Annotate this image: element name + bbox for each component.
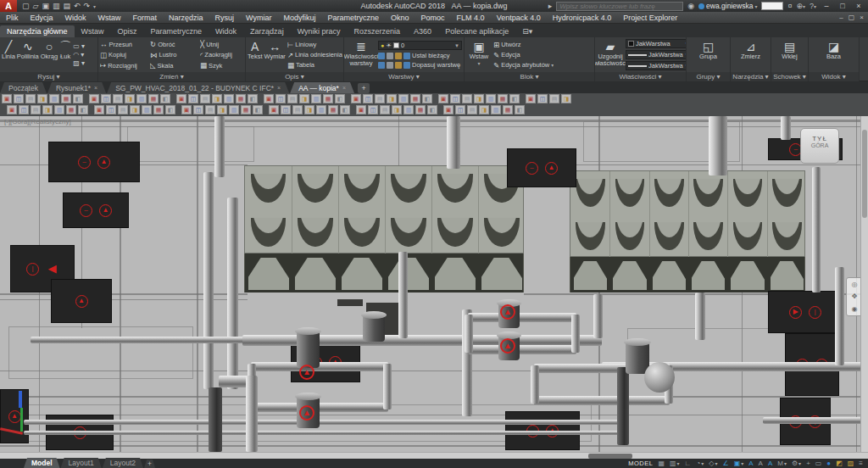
pipe-segment[interactable] <box>209 387 222 452</box>
doc-minimize-icon[interactable]: ‒ <box>839 14 843 21</box>
viewcube-top-face[interactable]: TYŁ <box>801 135 838 142</box>
ventpack-block-icon[interactable]: ◫ <box>101 94 111 103</box>
snap-icon[interactable]: ▥▾ <box>670 460 680 468</box>
help-icon[interactable]: ?▾ <box>810 2 816 10</box>
layer-tool-icon[interactable] <box>403 53 410 59</box>
menu-item-wstaw[interactable]: Wstaw <box>92 14 127 22</box>
ventpack-block-icon[interactable]: ◧ <box>160 94 170 103</box>
ribbon-button-dopasuj-warstw-[interactable]: Dopasuj warstwę <box>378 61 462 69</box>
redo-icon[interactable]: ↷ <box>84 2 91 10</box>
vertical-scrollbar-thumb[interactable] <box>862 130 867 218</box>
ribbon-button-tekst[interactable]: ATekst <box>248 38 263 71</box>
ribbon-button-tabela[interactable]: ▦Tabela <box>287 61 342 70</box>
workspace-gear-icon[interactable]: ⚙▾ <box>792 460 801 468</box>
search-arrow-icon[interactable]: ▸ <box>548 2 553 10</box>
hydronicpack-block-icon[interactable]: ▣ <box>94 105 104 114</box>
ribbon-options-icon[interactable]: ⊟▾ <box>515 25 539 37</box>
linetype-dropdown[interactable]: JakWarstwa▼ <box>626 61 686 70</box>
clean-screen-icon[interactable]: ▭ <box>815 460 822 468</box>
new-layout-button[interactable]: + <box>144 460 155 468</box>
ventpack-block-icon[interactable]: ▥ <box>398 94 409 103</box>
new-drawing-tab-button[interactable]: + <box>358 83 370 93</box>
ventpack-block-icon[interactable]: ▣ <box>176 94 186 103</box>
pipe-segment[interactable] <box>24 420 619 425</box>
qat-customize-icon[interactable]: ▾ <box>93 3 96 9</box>
hydronicpack-block-icon[interactable]: ◧ <box>515 105 525 114</box>
layout-tab-layout1[interactable]: Layout1 <box>61 458 102 468</box>
hydronicpack-block-icon[interactable]: ◨ <box>479 105 489 114</box>
ventpack-block-icon[interactable]: ◧ <box>248 94 258 103</box>
expansion-vessel-sphere[interactable] <box>644 362 675 393</box>
menu-item-parametryczne[interactable]: Parametryczne <box>322 14 386 22</box>
ventpack-block-icon[interactable]: ▦ <box>410 94 420 103</box>
ventpack-block-icon[interactable]: ◨ <box>474 94 484 103</box>
ribbon-tab-a360[interactable]: A360 <box>407 25 438 37</box>
ventpack-block-icon[interactable]: ◧ <box>509 94 520 103</box>
hydronicpack-block-icon[interactable]: ▤ <box>31 105 41 114</box>
ahu-unit[interactable] <box>570 170 805 292</box>
ventpack-block-icon[interactable]: ▥ <box>311 94 321 103</box>
scale-list-icon[interactable]: M▾ <box>777 460 787 468</box>
layout-tab-model[interactable]: Model <box>24 458 60 468</box>
menu-item-okno[interactable]: Okno <box>385 14 415 22</box>
hydronicpack-block-icon[interactable]: ▦ <box>503 105 513 114</box>
pipe-segment[interactable] <box>781 116 791 140</box>
annotation-visibility-icon[interactable]: A <box>748 460 753 468</box>
pipe-segment[interactable] <box>203 172 214 389</box>
menu-item-pomoc[interactable]: Pomoc <box>415 14 451 22</box>
ventpack-block-icon[interactable]: ◨ <box>387 94 397 103</box>
maximize-button[interactable]: □ <box>837 2 849 10</box>
hydronicpack-block-icon[interactable]: ▦ <box>153 105 164 114</box>
menu-item-ventpack-4-0[interactable]: Ventpack 4.0 <box>491 14 547 22</box>
ventpack-block-icon[interactable]: ▤ <box>287 94 298 103</box>
pump-cylinder[interactable] <box>363 315 385 342</box>
hydronicpack-block-icon[interactable]: ▣ <box>443 105 453 114</box>
file-tab-1[interactable]: Początek <box>0 82 47 93</box>
pipe-segment[interactable] <box>447 116 460 169</box>
ventpack-block-icon[interactable]: ▥ <box>224 94 234 103</box>
hydronicpack-block-icon[interactable]: ▤ <box>292 105 303 114</box>
ventpack-block-icon[interactable]: ▣ <box>438 94 448 103</box>
ribbon-tab-zarz-dzaj[interactable]: Zarządzaj <box>243 25 291 37</box>
ventpack-block-icon[interactable]: ▥ <box>486 94 496 103</box>
open-file-icon[interactable]: ▱ <box>33 2 39 10</box>
ventpack-block-icon[interactable]: ▣ <box>2 94 12 103</box>
minimize-button[interactable]: – <box>821 2 832 10</box>
equipment-tag[interactable]: –▲ <box>507 148 576 187</box>
ventpack-block-icon[interactable]: ▥ <box>49 94 59 103</box>
hydronicpack-block-icon[interactable]: ▦ <box>415 105 426 114</box>
ventpack-block-icon[interactable]: ▦ <box>236 94 246 103</box>
hydronicpack-block-icon[interactable]: ▥ <box>229 105 239 114</box>
layer-tool-icon[interactable] <box>395 53 402 59</box>
hydronicpack-block-icon[interactable]: ◫ <box>281 105 291 114</box>
app-store-cart-icon[interactable]: ¤ <box>787 2 792 10</box>
hydronicpack-block-icon[interactable]: ▥ <box>403 105 414 114</box>
hydronicpack-block-icon[interactable]: ▤ <box>205 105 215 114</box>
ventpack-block-icon[interactable]: ◨ <box>299 94 309 103</box>
ribbon-button-kopiuj[interactable]: ◫Kopiuj <box>100 51 148 59</box>
hydronicpack-block-icon[interactable]: ◫ <box>368 105 378 114</box>
ventpack-block-icon[interactable]: ◫ <box>275 94 286 103</box>
pipe-segment[interactable] <box>251 403 388 412</box>
ribbon-tab-narz-dzia-g-wne[interactable]: Narzędzia główne <box>0 25 75 37</box>
ribbon-panel-label-schowek[interactable]: Schowek ▾ <box>771 72 808 81</box>
hydronicpack-block-icon[interactable]: ▥ <box>316 105 326 114</box>
pipe-segment[interactable] <box>571 315 580 353</box>
hydronicpack-block-icon[interactable]: ▥ <box>54 105 64 114</box>
ribbon-tab-wstaw[interactable]: Wstaw <box>75 25 111 37</box>
object-snap-icon[interactable]: ▣▾ <box>734 460 744 468</box>
ribbon-panel-label-narzedzia[interactable]: Narzędzia ▾ <box>731 72 771 81</box>
ribbon-button-utw-rz[interactable]: ⊞Utwórz <box>493 41 554 49</box>
ribbon-panel-label-rysuj[interactable]: Rysuj ▾ <box>0 72 97 81</box>
ribbon-panel-label-opis[interactable]: Opis ▾ <box>246 72 343 81</box>
ribbon-button-utnij[interactable]: ╳Utnij <box>200 40 245 48</box>
ventpack-block-icon[interactable]: ◫ <box>14 94 24 103</box>
signin-user[interactable]: ewa.giniewska ▾ <box>698 2 757 10</box>
pipe-segment[interactable] <box>468 345 576 354</box>
new-file-icon[interactable]: ▢ <box>22 2 30 10</box>
layer-tool-icon[interactable] <box>387 62 393 69</box>
pump-direction-marker[interactable]: ▲ <box>500 338 515 354</box>
ribbon-panel-label-warstwy[interactable]: Warstwy ▾ <box>344 72 464 81</box>
close-icon[interactable]: × <box>342 85 346 91</box>
ribbon-panel-label-wlasciwosci[interactable]: Właściwości ▾ <box>595 72 686 81</box>
